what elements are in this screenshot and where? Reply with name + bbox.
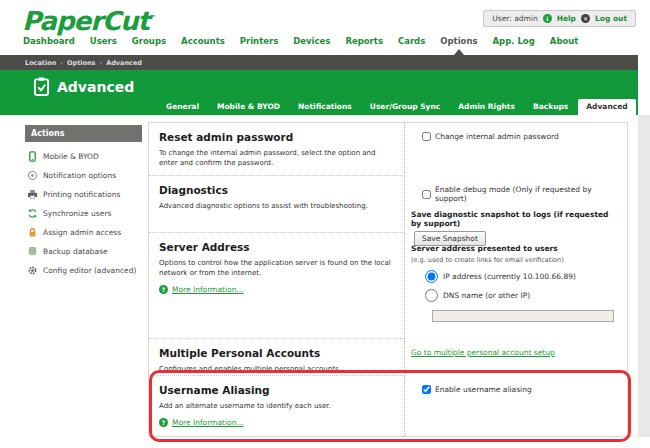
printer-icon [27,189,38,200]
section-heading: Diagnostics [159,184,394,196]
page-title: Advanced [57,79,134,95]
mobile-phone-icon [27,151,38,162]
tab-advanced[interactable]: Advanced [578,99,635,115]
main-nav: Dashboard Users Groups Accounts Printers… [23,36,578,46]
nav-cards[interactable]: Cards [398,36,425,46]
section-description: Configures and enables multiple personal… [159,364,394,374]
section-reset-admin-password: Reset admin password To change the inter… [149,123,405,176]
nav-options-label: Options [440,36,477,46]
breadcrumb-options[interactable]: Options [67,59,95,67]
sidebar-item-notification-options[interactable]: Notification options [25,166,142,185]
nav-devices[interactable]: Devices [293,36,330,46]
section-heading: Username Aliasing [159,384,394,396]
more-info-icon: ? [159,285,168,294]
breadcrumb-location[interactable]: Location [25,59,56,67]
nav-groups[interactable]: Groups [132,36,166,46]
section-username-aliasing-controls: Enable username aliasing [405,376,627,436]
more-information-link[interactable]: More Information... [172,418,244,427]
sync-icon [27,208,38,219]
section-username-aliasing: Username Aliasing Add an alternate usern… [149,376,405,436]
tab-mobile-byod[interactable]: Mobile & BYOD [209,99,288,115]
nav-accounts[interactable]: Accounts [181,36,225,46]
tab-notifications[interactable]: Notifications [290,99,360,115]
help-icon[interactable]: i [543,14,552,23]
page-banner: Advanced General Mobile & BYOD Notificat… [0,70,638,115]
checkbox-label[interactable]: Enable debug mode (Only if requested by … [435,185,621,203]
save-snapshot-label: Save diagnostic snapshot to logs (if req… [411,210,621,228]
sidebar-item-mobile-byod[interactable]: Mobile & BYOD [25,147,142,166]
options-tabs: General Mobile & BYOD Notifications User… [158,99,636,115]
nav-about[interactable]: About [550,36,579,46]
sidebar-item-label: Synchronize users [43,209,111,218]
user-bar: User: admin i Help ✕ Log out [483,10,636,27]
server-address-note: (e.g. used to create links for email ver… [411,256,621,264]
dns-name-radio[interactable] [425,289,438,302]
sidebar-item-label: Printing notifications [43,190,120,199]
actions-header: Actions [25,125,142,142]
section-description: To change the internal admin password, s… [159,148,394,168]
tab-user-group-sync[interactable]: User/Group Sync [362,99,448,115]
nav-options[interactable]: Options [440,36,477,46]
more-information-link[interactable]: More Information... [172,285,244,294]
section-heading: Server Address [159,241,394,253]
sidebar-item-label: Assign admin access [43,228,121,237]
change-admin-password-checkbox[interactable] [422,132,431,141]
section-description: Add an alternate username to identify ea… [159,401,394,411]
clipboard-check-icon [33,77,50,96]
radio-label[interactable]: IP address (currently 10.100.66.89) [443,272,576,281]
sidebar-item-label: Backup database [43,247,108,256]
breadcrumb-advanced[interactable]: Advanced [106,59,142,67]
ip-address-radio[interactable] [425,270,438,283]
section-server-address: Server Address Options to control how th… [149,233,405,339]
sidebar-item-backup-database[interactable]: Backup database [25,242,142,261]
dns-name-input[interactable] [432,310,614,322]
sidebar-item-assign-admin-access[interactable]: Assign admin access [25,223,142,242]
database-icon [27,246,38,257]
section-description: Advanced diagnostic options to assist wi… [159,201,394,211]
breadcrumb-separator: › [99,59,102,67]
nav-app-log[interactable]: App. Log [493,36,535,46]
sidebar-item-synchronize-users[interactable]: Synchronize users [25,204,142,223]
trademark: ™ [149,14,156,22]
server-address-label: Server address presented to users [411,244,621,253]
radio-label[interactable]: DNS name (or other IP) [443,291,530,300]
section-diagnostics: Diagnostics Advanced diagnostic options … [149,176,405,233]
nav-printers[interactable]: Printers [240,36,278,46]
breadcrumb-separator: › [60,59,63,67]
logo-text: PaperCut [22,6,149,36]
checkbox-label[interactable]: Change internal admin password [435,132,559,141]
nav-users[interactable]: Users [90,36,117,46]
papercut-admin-page: PaperCut™ User: admin i Help ✕ Log out D… [0,0,650,448]
actions-sidebar: Actions Mobile & BYOD Notification optio… [25,125,142,280]
sidebar-item-label: Mobile & BYOD [43,152,99,161]
section-heading: Multiple Personal Accounts [159,347,394,359]
breadcrumb: Location › Options › Advanced [0,55,638,70]
multiple-personal-account-setup-link[interactable]: Go to multiple personal account setup [411,348,555,357]
section-multiple-personal-accounts: Multiple Personal Accounts Configures an… [149,339,405,376]
user-label: User: admin [492,14,537,23]
section-description: Options to control how the application s… [159,258,394,278]
notification-icon [27,170,38,181]
logout-icon[interactable]: ✕ [581,14,590,23]
section-server-address-controls: Server address presented to users (e.g. … [405,233,627,339]
nav-reports[interactable]: Reports [345,36,383,46]
section-heading: Reset admin password [159,131,394,143]
tab-general[interactable]: General [158,99,207,115]
settings-table: Reset admin password To change the inter… [148,122,628,437]
gear-icon [27,265,38,276]
sidebar-item-config-editor[interactable]: Config editor (advanced) [25,261,142,280]
enable-debug-mode-checkbox[interactable] [422,190,431,199]
papercut-logo: PaperCut™ [22,6,156,36]
logout-link[interactable]: Log out [595,14,627,23]
section-multiple-personal-accounts-controls: Go to multiple personal account setup [405,339,627,376]
sidebar-item-printing-notifications[interactable]: Printing notifications [25,185,142,204]
tab-backups[interactable]: Backups [525,99,576,115]
help-link[interactable]: Help [557,14,576,23]
more-info-icon: ? [159,418,168,427]
sidebar-item-label: Config editor (advanced) [43,266,136,275]
nav-dashboard[interactable]: Dashboard [23,36,75,46]
sidebar-item-label: Notification options [43,171,116,180]
checkbox-label[interactable]: Enable username aliasing [435,385,532,394]
tab-admin-rights[interactable]: Admin Rights [450,99,523,115]
enable-username-aliasing-checkbox[interactable] [422,385,431,394]
